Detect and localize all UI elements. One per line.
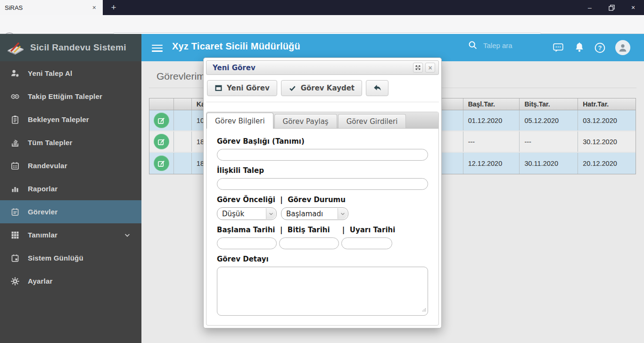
chevron-down-icon: [124, 231, 131, 239]
page-title: Görevlerim: [157, 71, 205, 82]
sidebar-item-gorevler[interactable]: Görevler: [0, 200, 141, 223]
cell-bits-tar: 30.11.2020: [520, 153, 578, 174]
browser-tab-title: SiRAS: [5, 4, 91, 11]
task-info-panel: Görev Başlığı (Tanımı) İlişkili Talep Gö…: [206, 129, 438, 325]
log-calendar-icon: [10, 253, 20, 263]
messages-button[interactable]: [553, 42, 564, 53]
sidebar-item-raporlar[interactable]: Raporlar: [0, 177, 141, 200]
task-title-input[interactable]: [217, 149, 428, 161]
sidebar-item-tum-talepler[interactable]: Tüm Talepler: [0, 131, 141, 154]
sidebar-item-label: Raporlar: [28, 185, 58, 193]
status-select[interactable]: Başlamadı: [281, 207, 348, 220]
window-minimize-button[interactable]: –: [579, 0, 601, 15]
check-icon: [289, 84, 297, 92]
talep-search-input[interactable]: [482, 41, 544, 50]
window-icon: [215, 84, 223, 92]
sidebar-item-takip-ettigim-talepler[interactable]: Takip Ettiğim Talepler: [0, 85, 141, 108]
dialog-maximize-button[interactable]: [413, 63, 423, 73]
sidebar-item-label: Yeni Talep Al: [28, 69, 72, 77]
restore-icon: [609, 5, 615, 11]
cell-hatr-tar: 30.12.2020: [578, 131, 636, 152]
priority-select[interactable]: Düşük: [217, 207, 277, 220]
gear-icon: [10, 277, 20, 286]
end-date-input[interactable]: [279, 237, 339, 249]
col-header-actions: [149, 98, 174, 110]
edit-task-button[interactable]: [154, 113, 169, 128]
bar-chart-icon: [10, 184, 20, 194]
warn-date-input[interactable]: [341, 237, 392, 249]
new-tab-button[interactable]: +: [106, 0, 122, 15]
dialog-close-button[interactable]: ×: [425, 63, 435, 73]
help-icon: ?: [594, 42, 606, 54]
tab-strip: Görev Bilgileri Görev Paylaş Görev Girdi…: [206, 112, 438, 129]
priority-value: Düşük: [222, 210, 244, 218]
task-title-label: Görev Başlığı (Tanımı): [217, 137, 428, 146]
calendar-icon: [10, 161, 20, 171]
dialog-tabs: Görev Bilgileri Görev Paylaş Görev Girdi…: [206, 112, 439, 326]
dialog-titlebar[interactable]: Yeni Görev ×: [206, 60, 439, 75]
sidebar-item-label: Tüm Talepler: [28, 139, 73, 147]
status-value: Başlamadı: [286, 210, 323, 218]
toolbar-divider: [206, 102, 439, 102]
sidebar-nav: Yeni Talep Al Takip Ettiğim Talepler Bek…: [0, 62, 141, 293]
save-task-button[interactable]: Görev Kaydet: [281, 80, 362, 96]
clipboard-icon: [10, 115, 20, 124]
cell-bits-tar: 05.12.2020: [520, 110, 578, 131]
edit-icon: [157, 116, 165, 125]
sidebar-item-randevular[interactable]: Randevular: [0, 154, 141, 177]
cell-hatr-tar: 20.12.2020: [578, 153, 636, 174]
sidebar-item-sistem-gunlugu[interactable]: Sistem Günlüğü: [0, 246, 141, 270]
start-date-input[interactable]: [217, 237, 277, 249]
window-restore-button[interactable]: [601, 0, 622, 15]
back-undo-button[interactable]: [366, 80, 388, 96]
tab-gorev-girdileri[interactable]: Görev Girdileri: [338, 114, 406, 128]
tab-gorev-paylas[interactable]: Görev Paylaş: [274, 114, 337, 128]
edit-task-button[interactable]: [154, 155, 169, 171]
col-header-basl-tar: Başl.Tar.: [463, 98, 520, 110]
owl-icon: [10, 92, 20, 101]
help-button[interactable]: ?: [594, 42, 605, 53]
sidebar-item-yeni-talep-al[interactable]: Yeni Talep Al: [0, 62, 141, 85]
related-request-label: İlişkili Talep: [217, 166, 428, 175]
user-gear-icon: [10, 69, 20, 78]
related-request-input[interactable]: [217, 178, 428, 190]
grid-icon: [10, 230, 20, 240]
edit-task-button[interactable]: [154, 134, 169, 149]
sidebar-item-label: Ayarlar: [28, 277, 53, 285]
select-chevron-icon: [338, 208, 347, 219]
cell-basl-tar: ---: [463, 131, 520, 152]
browser-navbar: ← → ⟳ ⌂ localhost/siras/mainPage.aspx: [0, 15, 644, 34]
person-icon: [618, 42, 628, 53]
user-avatar[interactable]: [615, 40, 630, 55]
cell-hatr-tar: 03.12.2020: [578, 110, 636, 131]
new-task-dialog: Yeni Görev × Yeni Görev: [203, 57, 442, 328]
sidebar-item-bekleyen-talepler[interactable]: Bekleyen Talepler: [0, 108, 141, 131]
app-menu-button[interactable]: [152, 43, 163, 53]
cell-basl-tar: 01.12.2020: [463, 110, 520, 131]
notifications-button[interactable]: [574, 42, 585, 53]
task-detail-textarea[interactable]: [217, 267, 428, 316]
tab-close-icon[interactable]: ×: [91, 4, 98, 11]
app-logo-icon: [6, 40, 25, 56]
task-detail-label: Görev Detayı: [217, 255, 428, 263]
new-task-button[interactable]: Yeni Görev: [207, 80, 277, 96]
edit-icon: [157, 138, 165, 146]
svg-text:?: ?: [598, 44, 602, 51]
col-header-bits-tar: Bitş.Tar.: [520, 98, 578, 110]
stack-icon: [10, 138, 20, 147]
window-close-button[interactable]: ×: [622, 0, 644, 15]
col-header-empty: [174, 98, 192, 110]
cell-bits-tar: ---: [520, 131, 578, 152]
dialog-toolbar: Yeni Görev Görev Kaydet: [207, 80, 439, 96]
chat-icon: [553, 42, 564, 53]
sidebar-item-tanimlar[interactable]: Tanımlar: [0, 223, 141, 246]
undo-arrow-icon: [372, 84, 382, 92]
tab-gorev-bilgileri[interactable]: Görev Bilgileri: [206, 113, 273, 129]
resize-grip-icon[interactable]: [422, 305, 426, 314]
brand-title: Sicil Randevu Sistemi: [30, 42, 126, 53]
browser-tab[interactable]: SiRAS ×: [0, 0, 103, 15]
sidebar-item-label: Görevler: [28, 208, 58, 216]
sidebar-item-ayarlar[interactable]: Ayarlar: [0, 270, 141, 293]
select-chevron-icon: [266, 208, 276, 219]
task-calendar-icon: [10, 207, 20, 217]
